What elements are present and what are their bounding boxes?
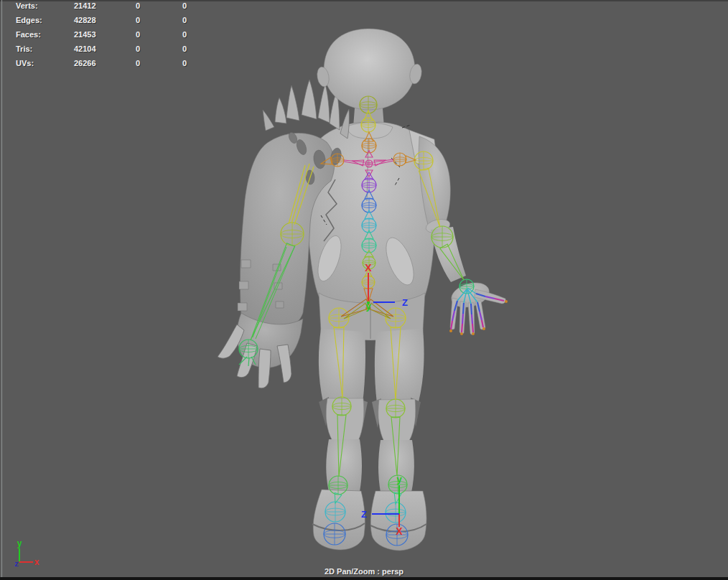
poly-count-hud: Verts: 21412 0 0 Edges: 42828 0 0 Faces:… bbox=[0, 1, 230, 72]
hud-row-edges: Edges: 42828 0 0 bbox=[0, 15, 230, 29]
hud-value-col2: 0 bbox=[136, 59, 140, 67]
monster-arm-plate bbox=[241, 260, 251, 268]
knee-pad-left bbox=[326, 398, 363, 441]
hud-value-col2: 0 bbox=[136, 1, 140, 10]
view-axis-x-label: x bbox=[34, 557, 39, 567]
monster-spike bbox=[302, 80, 317, 119]
hud-row-uvs: UVs: 26266 0 0 bbox=[0, 58, 230, 72]
viewport-left-border bbox=[1, 0, 2, 580]
hud-value-col3: 0 bbox=[182, 30, 187, 39]
hud-value-col3: 0 bbox=[182, 1, 187, 10]
pelvis-manip-z-label: Z bbox=[402, 297, 408, 308]
monster-talon bbox=[258, 349, 271, 388]
monster-arm-plate bbox=[239, 281, 248, 289]
hud-value-total: 42104 bbox=[74, 45, 96, 53]
hud-label: Verts: bbox=[16, 1, 38, 10]
hud-value-total: 26266 bbox=[74, 59, 96, 67]
hud-value-total: 21412 bbox=[74, 1, 96, 10]
viewport-3d-scene[interactable]: X y Z y Z X y x z bbox=[0, 0, 728, 580]
hud-label: Edges: bbox=[16, 16, 42, 24]
hud-value-col3: 0 bbox=[182, 16, 187, 24]
hud-label: Tris: bbox=[16, 45, 32, 53]
hud-value-col3: 0 bbox=[182, 45, 187, 53]
foot-manip-y-label: y bbox=[396, 474, 402, 485]
hud-value-col2: 0 bbox=[136, 16, 140, 24]
hud-row-verts: Verts: 21412 0 0 bbox=[0, 1, 230, 15]
pelvis-manip-y-label: y bbox=[365, 301, 371, 312]
monster-spike bbox=[275, 98, 286, 123]
hud-label: UVs: bbox=[16, 59, 34, 67]
thigh-right-mesh[interactable] bbox=[375, 329, 424, 403]
hud-value-col2: 0 bbox=[136, 45, 140, 53]
hud-label: Faces: bbox=[16, 30, 41, 39]
monster-arm-plate bbox=[238, 303, 247, 311]
pan-zoom-status: 2D Pan/Zoom : persp bbox=[0, 567, 728, 576]
hud-value-total: 21453 bbox=[74, 30, 96, 39]
hud-row-faces: Faces: 21453 0 0 bbox=[0, 29, 230, 44]
hud-row-tris: Tris: 42104 0 0 bbox=[0, 44, 230, 58]
monster-arm-plate bbox=[276, 301, 284, 308]
view-axis-y-label: y bbox=[17, 538, 22, 548]
monster-spike bbox=[340, 109, 349, 139]
shin-left-mesh[interactable] bbox=[326, 439, 362, 492]
foot-manip-z-label: Z bbox=[361, 509, 367, 520]
hud-value-col2: 0 bbox=[136, 30, 140, 39]
head-mesh[interactable] bbox=[324, 29, 415, 110]
monster-spike bbox=[286, 85, 299, 121]
monster-spike bbox=[263, 110, 274, 131]
foot-manip-x-label: X bbox=[396, 525, 403, 537]
monster-spike bbox=[318, 84, 330, 123]
hud-value-total: 42828 bbox=[74, 16, 96, 24]
viewport-bottom-border bbox=[0, 577, 728, 580]
maya-viewport[interactable]: X y Z y Z X y x z Verts: 21412 0 0 Edges… bbox=[0, 0, 728, 580]
pelvis-manip-x-label: X bbox=[365, 262, 372, 273]
hud-value-col3: 0 bbox=[182, 59, 187, 67]
viewport-top-border bbox=[0, 0, 728, 1]
